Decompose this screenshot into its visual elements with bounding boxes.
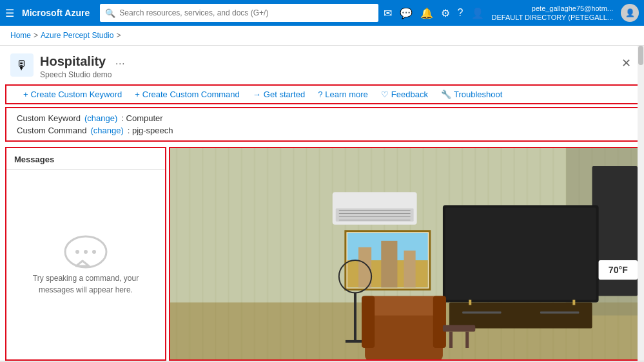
svg-rect-16 bbox=[462, 312, 501, 314]
create-command-button[interactable]: + Create Custom Command bbox=[128, 86, 246, 103]
chat-bubble-icon bbox=[63, 234, 108, 272]
main-content: 🎙 Hospitality … Speech Studio demo ✕ + C… bbox=[0, 46, 644, 361]
command-label: Custom Command bbox=[17, 126, 86, 135]
add-icon-2: + bbox=[135, 90, 140, 99]
feedback-button[interactable]: ♡ Feedback bbox=[375, 86, 434, 103]
svg-point-3 bbox=[92, 250, 96, 254]
arrow-icon: → bbox=[253, 90, 261, 99]
wrench-icon: 🔧 bbox=[441, 90, 451, 99]
info-section: Custom Keyword (change) : Computer Custo… bbox=[5, 107, 639, 142]
breadcrumb-sep2: > bbox=[116, 31, 121, 40]
page-header: 🎙 Hospitality … Speech Studio demo ✕ bbox=[0, 46, 644, 84]
page-subtitle: Speech Studio demo bbox=[40, 70, 125, 79]
hamburger-icon[interactable]: ☰ bbox=[5, 7, 14, 19]
vertical-scrollbar[interactable] bbox=[638, 46, 644, 361]
create-keyword-button[interactable]: + Create Custom Keyword bbox=[17, 86, 128, 103]
svg-text:70°F: 70°F bbox=[609, 265, 628, 275]
messages-empty-text: Try speaking a command, your messages wi… bbox=[19, 272, 152, 296]
page-header-left: 🎙 Hospitality … Speech Studio demo bbox=[10, 53, 125, 79]
breadcrumb-studio[interactable]: Azure Percept Studio bbox=[41, 31, 113, 40]
messages-body: Try speaking a command, your messages wi… bbox=[6, 170, 165, 359]
keyword-row: Custom Keyword (change) : Computer bbox=[17, 113, 627, 123]
keyword-change-link[interactable]: (change) bbox=[84, 113, 117, 123]
search-bar: 🔍 bbox=[100, 4, 378, 22]
feedback-nav-icon[interactable]: 💬 bbox=[400, 7, 413, 19]
heart-icon: ♡ bbox=[381, 90, 389, 99]
keyword-label: Custom Keyword bbox=[17, 113, 81, 123]
svg-rect-39 bbox=[443, 325, 475, 332]
command-row: Custom Command (change) : pjg-speech bbox=[17, 126, 627, 135]
learn-more-button[interactable]: ? Learn more bbox=[311, 86, 375, 103]
azure-logo: Microsoft Azure bbox=[22, 8, 90, 18]
notification-icon[interactable]: 🔔 bbox=[420, 7, 433, 19]
svg-rect-35 bbox=[365, 309, 443, 359]
search-input[interactable] bbox=[119, 8, 373, 17]
create-command-label: Create Custom Command bbox=[142, 90, 240, 99]
svg-rect-31 bbox=[404, 251, 416, 287]
breadcrumb: Home > Azure Percept Studio > bbox=[0, 26, 644, 46]
scrollbar-thumb[interactable] bbox=[638, 46, 643, 65]
settings-icon[interactable]: ⚙ bbox=[441, 7, 450, 19]
troubleshoot-button[interactable]: 🔧 Troubleshoot bbox=[434, 86, 509, 103]
page-title: Hospitality bbox=[40, 53, 106, 69]
troubleshoot-label: Troubleshoot bbox=[454, 90, 502, 99]
svg-point-1 bbox=[75, 250, 79, 254]
page-icon: 🎙 bbox=[10, 53, 34, 77]
get-started-label: Get started bbox=[264, 90, 305, 99]
nav-icons: ✉ 💬 🔔 ⚙ ? 👤 pete_gallaghe75@hotm... DEFA… bbox=[384, 4, 639, 23]
command-value: : pjg-speech bbox=[128, 126, 173, 135]
user-info: pete_gallaghe75@hotm... DEFAULT DIRECTOR… bbox=[492, 4, 613, 23]
room-scene: 70°F bbox=[170, 148, 638, 359]
svg-rect-40 bbox=[449, 332, 453, 348]
svg-marker-4 bbox=[76, 261, 89, 266]
question-icon: ? bbox=[318, 90, 322, 99]
svg-rect-37 bbox=[362, 296, 375, 348]
breadcrumb-sep1: > bbox=[34, 31, 38, 40]
command-change-link[interactable]: (change) bbox=[90, 126, 123, 135]
learn-more-label: Learn more bbox=[325, 90, 367, 99]
room-image-panel: 70°F bbox=[169, 147, 639, 361]
svg-rect-30 bbox=[381, 241, 397, 288]
svg-rect-15 bbox=[572, 300, 575, 305]
get-started-button[interactable]: → Get started bbox=[246, 86, 311, 103]
messages-panel: Messages Try speaking a command, your me… bbox=[5, 147, 166, 361]
avatar[interactable]: 👤 bbox=[621, 4, 639, 22]
more-options-icon[interactable]: … bbox=[115, 55, 125, 67]
email-icon[interactable]: ✉ bbox=[384, 7, 392, 19]
svg-point-2 bbox=[84, 250, 88, 254]
svg-rect-12 bbox=[445, 208, 596, 300]
toolbar: + Create Custom Keyword + Create Custom … bbox=[5, 84, 639, 104]
feedback-label: Feedback bbox=[391, 90, 428, 99]
svg-rect-29 bbox=[358, 247, 371, 287]
close-button[interactable]: ✕ bbox=[619, 53, 634, 73]
breadcrumb-home[interactable]: Home bbox=[10, 31, 31, 40]
profile-icon[interactable]: 👤 bbox=[471, 7, 484, 19]
svg-rect-17 bbox=[540, 312, 579, 314]
content-area: Messages Try speaking a command, your me… bbox=[5, 147, 639, 361]
create-keyword-label: Create Custom Keyword bbox=[31, 90, 122, 99]
svg-rect-13 bbox=[449, 303, 592, 329]
page-title-block: Hospitality … Speech Studio demo bbox=[40, 53, 125, 79]
top-nav: ☰ Microsoft Azure 🔍 ✉ 💬 🔔 ⚙ ? 👤 pete_gal… bbox=[0, 0, 644, 26]
messages-header: Messages bbox=[6, 148, 165, 170]
keyword-value: : Computer bbox=[121, 113, 162, 123]
svg-rect-41 bbox=[465, 332, 469, 348]
svg-rect-38 bbox=[433, 296, 446, 348]
help-icon[interactable]: ? bbox=[458, 7, 463, 19]
add-icon-1: + bbox=[23, 90, 28, 99]
svg-rect-14 bbox=[469, 300, 471, 305]
search-icon: 🔍 bbox=[105, 8, 115, 18]
